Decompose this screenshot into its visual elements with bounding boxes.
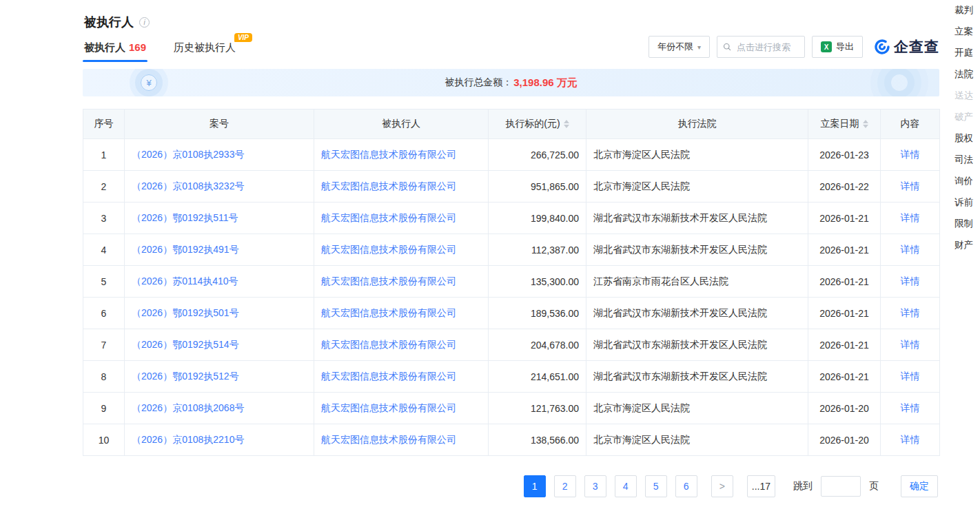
detail-link[interactable]: 详情 bbox=[901, 212, 920, 223]
export-button[interactable]: X 导出 bbox=[812, 36, 863, 58]
toolbar: 年份不限 ▾ X 导出 bbox=[649, 36, 939, 58]
confirm-button[interactable]: 确定 bbox=[901, 475, 938, 497]
cell-date: 2026-01-21 bbox=[808, 361, 881, 393]
sidebar-nav-link[interactable]: 司法 bbox=[955, 155, 980, 165]
cell-index: 7 bbox=[83, 329, 125, 361]
case-no-link[interactable]: （2026）鄂0192执501号 bbox=[132, 307, 239, 318]
cell-amount: 199,840.00 bbox=[489, 203, 586, 234]
export-label: 导出 bbox=[836, 41, 854, 53]
table-row: 9 （2026）京0108执2068号 航天宏图信息技术股份有限公司 121,7… bbox=[83, 393, 940, 424]
sidebar-nav-link[interactable]: 开庭 bbox=[955, 48, 980, 58]
sidebar-nav-link[interactable]: 诉前 bbox=[955, 198, 980, 207]
col-header-court: 执行法院 bbox=[586, 110, 808, 139]
tabs: 被执行人169 历史被执行人 VIP bbox=[83, 33, 237, 62]
case-no-link[interactable]: （2026）苏0114执410号 bbox=[132, 276, 238, 287]
detail-link[interactable]: 详情 bbox=[901, 244, 920, 255]
detail-link[interactable]: 详情 bbox=[901, 307, 920, 318]
cell-date: 2026-01-21 bbox=[808, 203, 881, 234]
total-amount-value: 3,198.96 万元 bbox=[513, 76, 578, 90]
col-header-case-no: 案号 bbox=[125, 110, 314, 139]
cell-person: 航天宏图信息技术股份有限公司 bbox=[314, 171, 489, 203]
detail-link[interactable]: 详情 bbox=[901, 434, 920, 445]
cell-case-no: （2026）鄂0192执514号 bbox=[125, 329, 314, 361]
cell-person: 航天宏图信息技术股份有限公司 bbox=[314, 361, 489, 393]
person-link[interactable]: 航天宏图信息技术股份有限公司 bbox=[321, 339, 456, 350]
detail-link[interactable]: 详情 bbox=[901, 276, 920, 287]
tab-bar: 被执行人169 历史被执行人 VIP 年份不限 ▾ bbox=[83, 33, 939, 62]
sidebar-nav-link[interactable]: 破产 bbox=[955, 112, 980, 122]
sort-icon[interactable] bbox=[863, 120, 868, 128]
person-link[interactable]: 航天宏图信息技术股份有限公司 bbox=[321, 212, 456, 223]
person-link[interactable]: 航天宏图信息技术股份有限公司 bbox=[321, 180, 456, 191]
info-icon[interactable]: i bbox=[139, 17, 150, 28]
cell-case-no: （2026）京0108执2210号 bbox=[125, 424, 314, 456]
sidebar-nav-link[interactable]: 询价 bbox=[955, 176, 980, 186]
sidebar-nav-link[interactable]: 送达 bbox=[955, 91, 980, 101]
page-button[interactable]: 4 bbox=[615, 475, 637, 497]
detail-link[interactable]: 详情 bbox=[901, 402, 920, 413]
case-no-link[interactable]: （2026）京0108执2933号 bbox=[132, 149, 244, 160]
cell-court: 北京市海淀区人民法院 bbox=[586, 393, 808, 424]
person-link[interactable]: 航天宏图信息技术股份有限公司 bbox=[321, 244, 456, 255]
person-link[interactable]: 航天宏图信息技术股份有限公司 bbox=[321, 149, 456, 160]
cell-case-no: （2026）京0108执2933号 bbox=[125, 139, 314, 171]
col-header-content: 内容 bbox=[881, 110, 940, 139]
qichacha-logo[interactable]: 企查查 bbox=[874, 37, 939, 56]
cell-detail: 详情 bbox=[881, 393, 940, 424]
right-sidebar-nav: 裁判 立案 开庭 法院 送达 破产 股权 司法 询价 诉前 限制 财产 bbox=[955, 6, 980, 250]
page-button[interactable]: 3 bbox=[584, 475, 606, 497]
sidebar-nav-link[interactable]: 财产 bbox=[955, 240, 980, 250]
case-no-link[interactable]: （2026）京0108执3232号 bbox=[132, 180, 244, 191]
case-no-link[interactable]: （2026）鄂0192执514号 bbox=[132, 339, 239, 350]
case-no-link[interactable]: （2026）京0108执2210号 bbox=[132, 434, 244, 445]
detail-link[interactable]: 详情 bbox=[901, 371, 920, 382]
col-header-date[interactable]: 立案日期 bbox=[808, 110, 881, 139]
cell-court: 湖北省武汉市东湖新技术开发区人民法院 bbox=[586, 203, 808, 234]
person-link[interactable]: 航天宏图信息技术股份有限公司 bbox=[321, 307, 456, 318]
yen-coin-icon: ¥ bbox=[141, 74, 157, 91]
cell-amount: 121,763.00 bbox=[489, 393, 586, 424]
case-no-link[interactable]: （2026）鄂0192执512号 bbox=[132, 371, 239, 382]
cell-amount: 214,651.00 bbox=[489, 361, 586, 393]
last-page-button[interactable]: ...17 bbox=[747, 475, 775, 497]
year-filter-label: 年份不限 bbox=[657, 41, 693, 53]
case-no-link[interactable]: （2026）鄂0192执511号 bbox=[132, 212, 238, 223]
cell-case-no: （2026）鄂0192执501号 bbox=[125, 298, 314, 329]
next-page-button[interactable]: > bbox=[711, 475, 733, 497]
cell-case-no: （2026）鄂0192执491号 bbox=[125, 234, 314, 266]
jump-page-input[interactable] bbox=[821, 476, 861, 497]
col-header-amount[interactable]: 执行标的(元) bbox=[489, 110, 586, 139]
sidebar-nav-link[interactable]: 股权 bbox=[955, 134, 980, 143]
person-link[interactable]: 航天宏图信息技术股份有限公司 bbox=[321, 371, 456, 382]
page-button[interactable]: 1 bbox=[524, 475, 546, 497]
case-no-link[interactable]: （2026）鄂0192执491号 bbox=[132, 244, 239, 255]
table-row: 5 （2026）苏0114执410号 航天宏图信息技术股份有限公司 135,30… bbox=[83, 266, 940, 298]
cell-index: 3 bbox=[83, 203, 125, 234]
page-button[interactable]: 2 bbox=[554, 475, 576, 497]
sidebar-nav-link[interactable]: 法院 bbox=[955, 70, 980, 79]
page-button[interactable]: 6 bbox=[675, 475, 697, 497]
sidebar-nav-link[interactable]: 立案 bbox=[955, 27, 980, 37]
cell-detail: 详情 bbox=[881, 329, 940, 361]
person-link[interactable]: 航天宏图信息技术股份有限公司 bbox=[321, 434, 456, 445]
cell-detail: 详情 bbox=[881, 266, 940, 298]
tab-history-executed[interactable]: 历史被执行人 VIP bbox=[172, 41, 237, 62]
case-no-link[interactable]: （2026）京0108执2068号 bbox=[132, 402, 244, 413]
person-link[interactable]: 航天宏图信息技术股份有限公司 bbox=[321, 402, 456, 413]
sidebar-nav-link[interactable]: 限制 bbox=[955, 219, 980, 229]
sort-icon[interactable] bbox=[564, 120, 569, 128]
year-filter-dropdown[interactable]: 年份不限 ▾ bbox=[649, 36, 710, 58]
page-button[interactable]: 5 bbox=[645, 475, 667, 497]
detail-link[interactable]: 详情 bbox=[901, 339, 920, 350]
detail-link[interactable]: 详情 bbox=[901, 149, 920, 160]
table-row: 7 （2026）鄂0192执514号 航天宏图信息技术股份有限公司 204,67… bbox=[83, 329, 940, 361]
sidebar-nav-link[interactable]: 裁判 bbox=[955, 6, 980, 15]
search-input[interactable] bbox=[735, 41, 799, 53]
col-header-person: 被执行人 bbox=[314, 110, 489, 139]
col-header-date-label: 立案日期 bbox=[821, 118, 859, 130]
person-link[interactable]: 航天宏图信息技术股份有限公司 bbox=[321, 276, 456, 287]
tab-current-executed[interactable]: 被执行人169 bbox=[83, 41, 147, 62]
cell-person: 航天宏图信息技术股份有限公司 bbox=[314, 203, 489, 234]
search-box[interactable] bbox=[717, 36, 805, 58]
detail-link[interactable]: 详情 bbox=[901, 180, 920, 191]
